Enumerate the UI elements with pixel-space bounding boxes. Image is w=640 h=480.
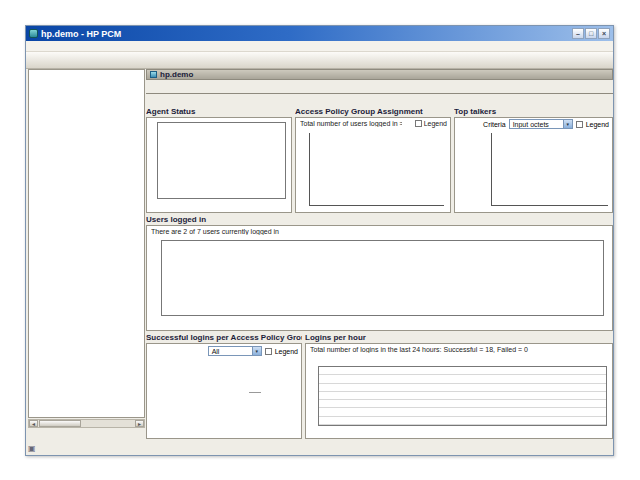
panel-logins-per-hour: Logins per hour Total number of logins i… bbox=[305, 333, 613, 439]
logins-summary: Total number of logins in the last 24 ho… bbox=[310, 346, 608, 353]
content-header-title: hp.demo bbox=[160, 70, 193, 79]
status-bar: ▣ bbox=[28, 442, 613, 454]
legend-label: Legend bbox=[275, 348, 298, 355]
logins-pie-chart bbox=[189, 361, 251, 423]
apg-assignment-chart bbox=[309, 133, 444, 206]
window-controls: –□× bbox=[572, 28, 610, 39]
apg-summary: Total number of users logged in = 2 of 7 bbox=[300, 120, 402, 127]
criteria-value: Input octets bbox=[510, 121, 563, 128]
chevron-down-icon: ▾ bbox=[252, 347, 261, 355]
scroll-thumb[interactable] bbox=[39, 420, 81, 427]
agent-status-chart bbox=[157, 122, 286, 199]
legend-checkbox[interactable] bbox=[265, 348, 272, 355]
legend-checkbox[interactable] bbox=[576, 121, 583, 128]
panel-logins-per-group: Successful logins per Access Policy Grou… bbox=[146, 333, 302, 439]
chevron-down-icon: ▾ bbox=[563, 120, 572, 128]
maximize-button[interactable]: □ bbox=[585, 28, 597, 39]
legend-label: Legend bbox=[586, 121, 609, 128]
window-title: hp.demo - HP PCM bbox=[41, 29, 121, 39]
menu-bar bbox=[26, 41, 613, 52]
panel-top-talkers: Top talkers Criteria Input octets ▾ Lege… bbox=[454, 107, 613, 213]
minimize-button[interactable]: – bbox=[572, 28, 584, 39]
domain-icon bbox=[150, 71, 157, 78]
panel-title: Top talkers bbox=[454, 107, 613, 117]
panel-title: Agent Status bbox=[146, 107, 292, 117]
main-toolbar bbox=[26, 52, 613, 69]
content-tab-strip bbox=[146, 81, 613, 94]
users-logged-in-chart bbox=[161, 240, 604, 316]
legend-toggle[interactable]: Legend bbox=[415, 120, 447, 127]
sidebar-tabs bbox=[28, 428, 145, 441]
top-talkers-chart bbox=[491, 133, 608, 206]
app-window: hp.demo - HP PCM –□× ◂ ▸ hp.demo Agent S… bbox=[25, 25, 614, 456]
close-button[interactable]: × bbox=[598, 28, 610, 39]
panel-title: Logins per hour bbox=[305, 333, 613, 343]
content-area: hp.demo Agent Status Access Policy Group… bbox=[146, 69, 613, 440]
panel-title: Access Policy Group Assignment bbox=[295, 107, 451, 117]
group-filter-select[interactable]: All ▾ bbox=[208, 346, 262, 356]
criteria-select[interactable]: Input octets ▾ bbox=[509, 119, 573, 129]
legend-checkbox[interactable] bbox=[415, 120, 422, 127]
filter-value: All bbox=[209, 348, 252, 355]
title-bar[interactable]: hp.demo - HP PCM –□× bbox=[26, 26, 613, 41]
scroll-left-icon[interactable]: ◂ bbox=[29, 420, 38, 427]
logins-per-hour-chart bbox=[318, 366, 607, 426]
criteria-label: Criteria bbox=[483, 121, 506, 128]
status-network-icon: ▣ bbox=[28, 444, 36, 453]
panel-apg-assignment: Access Policy Group Assignment Total num… bbox=[295, 107, 451, 213]
pie-callout-line bbox=[249, 392, 261, 393]
users-summary: There are 2 of 7 users currently logged … bbox=[151, 228, 608, 235]
panel-title: Successful logins per Access Policy Grou… bbox=[146, 333, 302, 343]
scroll-right-icon[interactable]: ▸ bbox=[135, 420, 144, 427]
tree-horizontal-scrollbar[interactable]: ◂ ▸ bbox=[28, 419, 145, 428]
panel-users-logged-in: Users logged in There are 2 of 7 users c… bbox=[146, 215, 613, 331]
panel-title: Users logged in bbox=[146, 215, 613, 225]
app-icon bbox=[29, 29, 38, 38]
content-header: hp.demo bbox=[146, 69, 613, 80]
identity-tree bbox=[28, 69, 145, 418]
panel-agent-status: Agent Status bbox=[146, 107, 292, 213]
legend-label: Legend bbox=[424, 120, 447, 127]
